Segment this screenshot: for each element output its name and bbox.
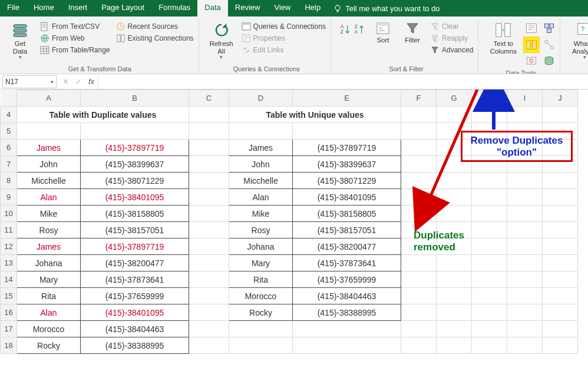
cell-A8[interactable]: Micchelle <box>17 173 81 189</box>
cell-J16[interactable] <box>543 304 578 321</box>
menu-tab-page-layout[interactable]: Page Layout <box>94 0 151 16</box>
row-header-8[interactable]: 8 <box>1 173 17 189</box>
cell-C9[interactable] <box>189 189 229 206</box>
cell-A18[interactable]: Rocky <box>17 337 81 354</box>
cell-H9[interactable] <box>472 189 507 206</box>
cell-C7[interactable] <box>189 156 229 173</box>
menu-tab-view[interactable]: View <box>267 0 298 16</box>
sort-asc-button[interactable]: AZ <box>338 22 352 37</box>
cell-E18[interactable] <box>293 337 401 354</box>
cell-A11[interactable]: Rosy <box>17 222 81 238</box>
cell-G15[interactable] <box>437 288 472 304</box>
filter-button[interactable]: Filter <box>399 19 425 44</box>
cell-B11[interactable]: (415)-38157051 <box>81 222 189 238</box>
from-web-button[interactable]: From Web <box>39 33 111 44</box>
cell-E16[interactable]: (415)-38388995 <box>293 304 401 321</box>
cell-G14[interactable] <box>437 271 472 288</box>
cell-C18[interactable] <box>189 337 229 354</box>
cell-H10[interactable] <box>472 206 507 222</box>
cell-D18[interactable] <box>229 337 293 354</box>
cell-F9[interactable] <box>401 189 437 206</box>
cell-F14[interactable] <box>401 271 437 288</box>
reapply-button[interactable]: Reapply <box>429 33 474 44</box>
recent-sources-button[interactable]: Recent Sources <box>115 21 195 32</box>
row-header-10[interactable]: 10 <box>1 206 17 222</box>
col-header-J[interactable]: J <box>543 90 578 107</box>
cell-G18[interactable] <box>437 337 472 354</box>
menu-tab-help[interactable]: Help <box>298 0 328 16</box>
row-header-13[interactable]: 13 <box>1 255 17 271</box>
cell-B14[interactable]: (415)-37873641 <box>81 271 189 288</box>
cell-E15[interactable]: (415)-38404463 <box>293 288 401 304</box>
cell-B17[interactable]: (415)-38404463 <box>81 321 189 337</box>
cell-H4[interactable] <box>472 107 507 123</box>
queries-connections-button[interactable]: Queries & Connections <box>240 21 327 32</box>
col-header-D[interactable]: D <box>229 90 293 107</box>
cell-D9[interactable]: Alan <box>229 189 293 206</box>
cell-C16[interactable] <box>189 304 229 321</box>
cell-C10[interactable] <box>189 206 229 222</box>
cell-G13[interactable] <box>437 255 472 271</box>
cell-I8[interactable] <box>507 173 543 189</box>
text-to-columns-button[interactable]: Text to Columns <box>485 19 521 55</box>
refresh-all-button[interactable]: Refresh All ▾ <box>206 19 237 61</box>
cell-J4[interactable] <box>543 107 578 123</box>
cell-I18[interactable] <box>507 337 543 354</box>
cell-F7[interactable] <box>401 156 437 173</box>
flash-fill-button[interactable] <box>524 21 539 35</box>
cell-F6[interactable] <box>401 140 437 156</box>
cell-E6[interactable]: (415)-37897719 <box>293 140 401 156</box>
cell-B16[interactable]: (415)-38401095 <box>81 304 189 321</box>
tell-me[interactable]: Tell me what you want to do <box>328 0 445 16</box>
row-header-5[interactable]: 5 <box>1 123 17 140</box>
cell-H14[interactable] <box>472 271 507 288</box>
cell-F18[interactable] <box>401 337 437 354</box>
cell-J10[interactable] <box>543 206 578 222</box>
cell-A15[interactable]: Rita <box>17 288 81 304</box>
cell-D4[interactable]: Table with Unique values <box>229 107 401 123</box>
cell-B15[interactable]: (415)-37659999 <box>81 288 189 304</box>
cell-E7[interactable]: (415)-38399637 <box>293 156 401 173</box>
cell-J13[interactable] <box>543 255 578 271</box>
cell-C15[interactable] <box>189 288 229 304</box>
cell-E8[interactable]: (415)-38071229 <box>293 173 401 189</box>
name-box[interactable]: N17 ▾ <box>2 75 57 88</box>
cell-A17[interactable]: Morocco <box>17 321 81 337</box>
consolidate-button[interactable] <box>542 21 556 35</box>
col-header-I[interactable]: I <box>507 90 543 107</box>
manage-data-model-button[interactable] <box>542 54 556 68</box>
cell-D17[interactable] <box>229 321 293 337</box>
row-header-4[interactable]: 4 <box>1 107 17 123</box>
cell-G4[interactable] <box>437 107 472 123</box>
cell-E12[interactable]: (415)-38200477 <box>293 238 401 255</box>
cell-E5[interactable]: Contact Number <box>293 123 401 140</box>
cell-A7[interactable]: John <box>17 156 81 173</box>
menu-tab-home[interactable]: Home <box>27 0 61 16</box>
cell-I11[interactable] <box>507 222 543 238</box>
cell-F10[interactable] <box>401 206 437 222</box>
sort-button[interactable]: Sort <box>370 19 396 44</box>
cell-D8[interactable]: Micchelle <box>229 173 293 189</box>
data-validation-button[interactable] <box>524 54 539 68</box>
cell-H16[interactable] <box>472 304 507 321</box>
cell-A9[interactable]: Alan <box>17 189 81 206</box>
cell-J9[interactable] <box>543 189 578 206</box>
cell-G8[interactable] <box>437 173 472 189</box>
enter-icon[interactable]: ✓ <box>72 77 85 86</box>
cell-G9[interactable] <box>437 189 472 206</box>
col-header-H[interactable]: H <box>472 90 507 107</box>
cell-B13[interactable]: (415)-38200477 <box>81 255 189 271</box>
cell-B12[interactable]: (415)-37897719 <box>81 238 189 255</box>
cell-A6[interactable]: James <box>17 140 81 156</box>
cell-G16[interactable] <box>437 304 472 321</box>
cell-A14[interactable]: Mary <box>17 271 81 288</box>
cell-F17[interactable] <box>401 321 437 337</box>
formula-input[interactable] <box>98 75 588 88</box>
cell-I9[interactable] <box>507 189 543 206</box>
cancel-icon[interactable]: ✕ <box>59 77 72 86</box>
col-header-A[interactable]: A <box>17 90 81 107</box>
advanced-button[interactable]: Advanced <box>429 45 474 55</box>
cell-J14[interactable] <box>543 271 578 288</box>
cell-C12[interactable] <box>189 238 229 255</box>
row-header-9[interactable]: 9 <box>1 189 17 206</box>
